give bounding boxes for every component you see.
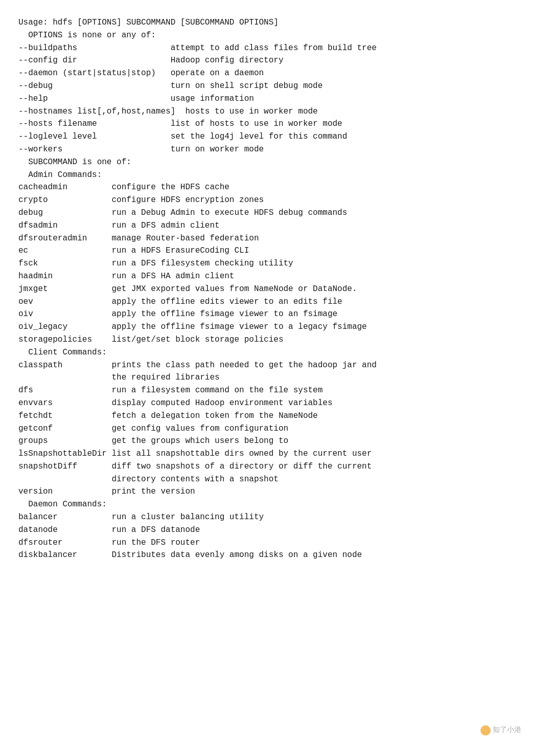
terminal-line: oiv apply the offline fsimage viewer to … xyxy=(18,308,534,321)
watermark-icon xyxy=(480,725,491,736)
terminal-line: Admin Commands: xyxy=(18,169,534,182)
terminal-line: fetchdt fetch a delegation token from th… xyxy=(18,410,534,423)
terminal-line: cacheadmin configure the HDFS cache xyxy=(18,181,534,194)
terminal-line: groups get the groups which users belong… xyxy=(18,435,534,448)
terminal-line: dfsrouteradmin manage Router-based feder… xyxy=(18,232,534,245)
terminal-line: --debug turn on shell script debug mode xyxy=(18,80,534,93)
terminal-line: OPTIONS is none or any of: xyxy=(18,29,534,42)
terminal-line: snapshotDiff diff two snapshots of a dir… xyxy=(18,460,534,473)
terminal-line: directory contents with a snapshot xyxy=(18,473,534,486)
terminal-line: Usage: hdfs [OPTIONS] SUBCOMMAND [SUBCOM… xyxy=(18,16,534,29)
terminal-line: jmxget get JMX exported values from Name… xyxy=(18,283,534,296)
terminal-line: dfsadmin run a DFS admin client xyxy=(18,219,534,232)
terminal-line: version print the version xyxy=(18,485,534,498)
terminal-line: --workers turn on worker mode xyxy=(18,143,534,156)
terminal-line: SUBCOMMAND is one of: xyxy=(18,156,534,169)
terminal-line: --daemon (start|status|stop) operate on … xyxy=(18,67,534,80)
terminal-output: Usage: hdfs [OPTIONS] SUBCOMMAND [SUBCOM… xyxy=(18,16,534,562)
terminal-line: --loglevel level set the log4j level for… xyxy=(18,130,534,143)
terminal-line: oiv_legacy apply the offline fsimage vie… xyxy=(18,321,534,333)
terminal-line: storagepolicies list/get/set block stora… xyxy=(18,333,534,346)
terminal-line: getconf get config values from configura… xyxy=(18,423,534,435)
terminal-line: --help usage information xyxy=(18,93,534,105)
terminal-line: crypto configure HDFS encryption zones xyxy=(18,194,534,207)
terminal-line: dfs run a filesystem command on the file… xyxy=(18,384,534,397)
terminal-line: classpath prints the class path needed t… xyxy=(18,359,534,372)
terminal-line: --buildpaths attempt to add class files … xyxy=(18,42,534,55)
terminal-line: fsck run a DFS filesystem checking utili… xyxy=(18,257,534,270)
terminal-line: --hosts filename list of hosts to use in… xyxy=(18,118,534,130)
terminal-line: envvars display computed Hadoop environm… xyxy=(18,397,534,410)
terminal-line: datanode run a DFS datanode xyxy=(18,524,534,537)
terminal-line: oev apply the offline edits viewer to an… xyxy=(18,296,534,308)
terminal-line: lsSnapshottableDir list all snapshottabl… xyxy=(18,448,534,460)
terminal-line: debug run a Debug Admin to execute HDFS … xyxy=(18,207,534,219)
terminal-line: diskbalancer Distributes data evenly amo… xyxy=(18,549,534,562)
terminal-line: Client Commands: xyxy=(18,346,534,359)
terminal-line: --config dir Hadoop config directory xyxy=(18,54,534,67)
terminal-line: balancer run a cluster balancing utility xyxy=(18,511,534,524)
terminal-line: ec run a HDFS ErasureCoding CLI xyxy=(18,244,534,257)
watermark-text: 知了小港 xyxy=(493,725,521,733)
terminal-line: the required libraries xyxy=(18,371,534,384)
terminal-line: haadmin run a DFS HA admin client xyxy=(18,270,534,283)
terminal-line: Daemon Commands: xyxy=(18,498,534,511)
terminal-line: --hostnames list[,of,host,names] hosts t… xyxy=(18,105,534,118)
terminal-line: dfsrouter run the DFS router xyxy=(18,537,534,549)
watermark: 知了小港 xyxy=(480,724,521,736)
